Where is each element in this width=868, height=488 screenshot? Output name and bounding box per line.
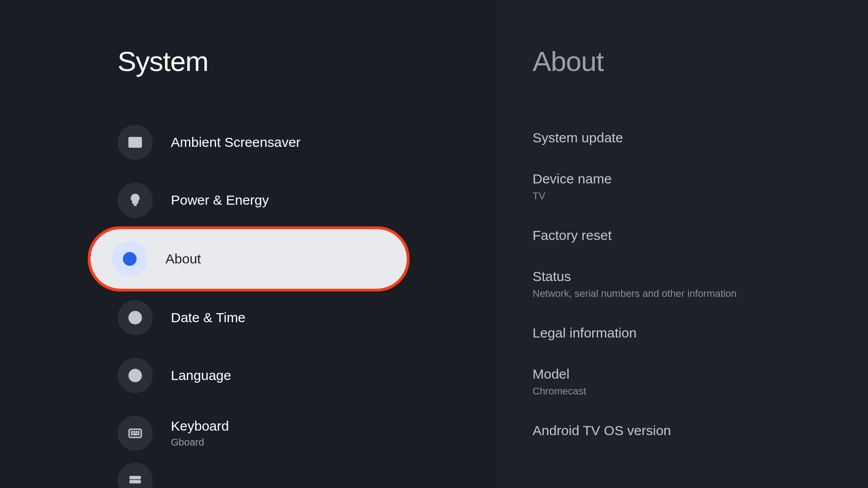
svg-point-5: [129, 255, 131, 257]
svg-rect-14: [133, 434, 137, 435]
storage-icon: [118, 463, 153, 488]
svg-rect-10: [133, 432, 135, 433]
about-item-label: Factory reset: [533, 228, 868, 243]
menu-item-storage[interactable]: [0, 462, 497, 488]
about-item-factory-reset[interactable]: Factory reset: [533, 211, 868, 260]
menu-item-sub: Gboard: [171, 436, 229, 448]
menu-item-about[interactable]: About: [90, 229, 407, 289]
svg-point-19: [131, 481, 132, 482]
menu-item-label: Language: [171, 368, 231, 383]
bulb-icon: [118, 183, 153, 218]
about-title: About: [533, 45, 868, 77]
about-item-label: Android TV OS version: [533, 423, 868, 438]
about-panel: About System updateDevice nameTVFactory …: [497, 0, 868, 488]
svg-rect-2: [134, 204, 137, 206]
menu-item-label: Date & Time: [171, 310, 245, 325]
menu-item-label: About: [165, 251, 201, 267]
menu-item-power-energy[interactable]: Power & Energy: [0, 171, 416, 229]
picture-icon: [118, 125, 153, 160]
svg-rect-12: [138, 432, 139, 433]
menu-item-keyboard[interactable]: KeyboardGboard: [0, 404, 416, 462]
menu-item-text: Language: [171, 368, 231, 383]
about-item-sub: Network, serial numbers and other inform…: [533, 288, 868, 300]
menu-item-label: Ambient Screensaver: [171, 135, 301, 150]
menu-item-ambient-screensaver[interactable]: Ambient Screensaver: [0, 113, 416, 171]
menu-item-language[interactable]: Language: [0, 347, 416, 404]
svg-point-18: [131, 477, 132, 478]
about-item-system-update[interactable]: System update: [533, 113, 868, 162]
about-item-label: Model: [533, 366, 868, 382]
about-item-android-tv-os-version[interactable]: Android TV OS version: [533, 406, 868, 455]
menu-item-text: Ambient Screensaver: [171, 135, 301, 150]
menu-item-date-time[interactable]: Date & Time: [0, 289, 416, 347]
info-icon: [112, 241, 147, 277]
about-item-label: Legal information: [533, 325, 868, 341]
about-item-model[interactable]: ModelChromecast: [533, 357, 868, 406]
system-menu-list: Ambient ScreensaverPower & EnergyAboutDa…: [0, 113, 497, 488]
svg-rect-15: [138, 434, 139, 435]
keyboard-icon: [118, 416, 153, 451]
svg-rect-9: [131, 432, 132, 433]
svg-point-1: [132, 140, 133, 141]
clock-icon: [118, 300, 153, 335]
about-item-sub: Chromecast: [533, 385, 868, 397]
menu-item-text: About: [165, 251, 201, 267]
about-list: System updateDevice nameTVFactory resetS…: [533, 113, 868, 455]
svg-rect-11: [136, 432, 137, 433]
about-item-label: Status: [533, 269, 868, 284]
menu-item-text: KeyboardGboard: [171, 418, 229, 448]
about-item-legal-information[interactable]: Legal information: [533, 309, 868, 357]
svg-rect-0: [129, 138, 142, 147]
about-item-label: Device name: [533, 171, 868, 187]
menu-item-text: Power & Energy: [171, 192, 269, 208]
menu-item-text: Date & Time: [171, 310, 245, 325]
about-item-status[interactable]: StatusNetwork, serial numbers and other …: [533, 260, 868, 309]
about-item-device-name[interactable]: Device nameTV: [533, 162, 868, 211]
menu-item-label: Keyboard: [171, 418, 229, 434]
system-title: System: [118, 45, 497, 77]
globe-icon: [118, 358, 153, 393]
menu-item-label: Power & Energy: [171, 192, 269, 208]
about-item-sub: TV: [533, 190, 868, 202]
about-item-label: System update: [533, 130, 868, 145]
system-panel: System Ambient ScreensaverPower & Energy…: [0, 0, 497, 488]
svg-rect-13: [131, 434, 132, 435]
